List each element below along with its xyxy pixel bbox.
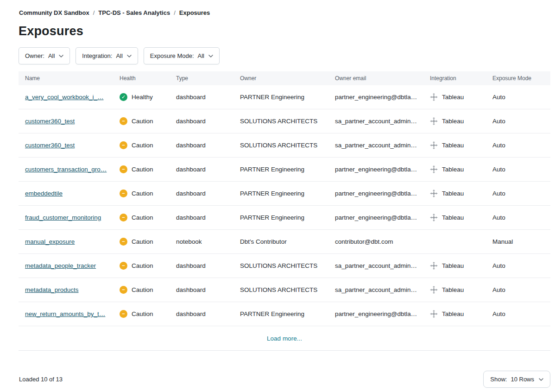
- owner-cell: PARTNER Engineering: [240, 310, 335, 317]
- health-label: Caution: [132, 238, 153, 245]
- health-label: Caution: [132, 214, 153, 221]
- load-more-link[interactable]: Load more...: [267, 335, 302, 342]
- breadcrumb-item-environment[interactable]: TPC-DS - Sales Analytics: [98, 9, 170, 16]
- type-cell: notebook: [176, 238, 240, 245]
- exposure-name-link[interactable]: new_return_amounts_by_t…: [25, 310, 105, 317]
- owner-email-cell: sa_partner_account_admin…: [335, 118, 430, 125]
- column-header-name: Name: [25, 75, 120, 82]
- health-badge: −: [120, 262, 127, 270]
- chevron-down-icon: [208, 55, 213, 57]
- integration-label: Tableau: [442, 310, 464, 317]
- integration-label: Tableau: [442, 166, 464, 173]
- loaded-count: Loaded 10 of 13: [19, 376, 63, 383]
- exposure-name-link[interactable]: embeddedtile: [25, 190, 63, 197]
- column-header-integration: Integration: [430, 75, 492, 82]
- exposure-mode-cell: Auto: [492, 94, 550, 101]
- type-cell: dashboard: [176, 118, 240, 125]
- exposure-mode-cell: Auto: [492, 262, 550, 269]
- table-header-row: Name Health Type Owner Owner email Integ…: [19, 71, 550, 85]
- exposure-mode-cell: Auto: [492, 190, 550, 197]
- exposure-name-link[interactable]: manual_exposure: [25, 238, 75, 245]
- integration-label: Tableau: [442, 94, 464, 101]
- owner-cell: SOLUTIONS ARCHITECTS: [240, 118, 335, 125]
- column-header-owner-email: Owner email: [335, 75, 430, 82]
- page-title: Exposures: [19, 24, 550, 38]
- owner-cell: SOLUTIONS ARCHITECTS: [240, 262, 335, 269]
- column-header-exposure-mode: Exposure Mode: [492, 75, 550, 82]
- breadcrumb-item-current: Exposures: [179, 9, 210, 16]
- owner-cell: PARTNER Engineering: [240, 214, 335, 221]
- type-cell: dashboard: [176, 142, 240, 149]
- table-body: a_very_cool_workbook_i_… ✓ Healthy dashb…: [19, 85, 550, 326]
- tableau-icon: [430, 262, 438, 270]
- tableau-icon: [430, 310, 438, 318]
- integration-label: Tableau: [442, 214, 464, 221]
- exposures-page: Community DX Sandbox / TPC-DS - Sales An…: [0, 0, 555, 388]
- breadcrumb-separator: /: [174, 9, 176, 16]
- owner-cell: SOLUTIONS ARCHITECTS: [240, 286, 335, 293]
- exposures-table: Name Health Type Owner Owner email Integ…: [19, 71, 550, 351]
- owner-email-cell: sa_partner_account_admin…: [335, 142, 430, 149]
- health-badge: ✓: [120, 93, 127, 101]
- health-label: Caution: [132, 142, 153, 149]
- owner-cell: PARTNER Engineering: [240, 166, 335, 173]
- health-label: Caution: [132, 262, 153, 269]
- exposure-name-link[interactable]: metadata_people_tracker: [25, 262, 96, 269]
- health-badge: −: [120, 214, 127, 221]
- integration-filter-label: Integration:: [82, 52, 112, 59]
- type-cell: dashboard: [176, 286, 240, 293]
- tableau-icon: [430, 286, 438, 294]
- chevron-down-icon: [59, 55, 63, 57]
- exposure-name-link[interactable]: customer360_test: [25, 118, 75, 125]
- column-header-health: Health: [120, 75, 176, 82]
- exposure-mode-cell: Auto: [492, 118, 550, 125]
- exposure-name-link[interactable]: fraud_customer_monitoring: [25, 214, 101, 221]
- column-header-type: Type: [176, 75, 240, 82]
- integration-filter-dropdown[interactable]: Integration:All: [76, 47, 138, 64]
- breadcrumb: Community DX Sandbox / TPC-DS - Sales An…: [19, 9, 550, 16]
- health-badge: −: [120, 238, 127, 246]
- type-cell: dashboard: [176, 166, 240, 173]
- owner-cell: PARTNER Engineering: [240, 190, 335, 197]
- health-label: Caution: [132, 118, 153, 125]
- show-rows-value: 10 Rows: [511, 376, 534, 383]
- health-label: Healthy: [132, 94, 153, 101]
- load-more-row: Load more...: [19, 326, 550, 350]
- exposure-mode-cell: Auto: [492, 310, 550, 317]
- table-row: a_very_cool_workbook_i_… ✓ Healthy dashb…: [19, 85, 550, 109]
- table-row: embeddedtile − Caution dashboard PARTNER…: [19, 182, 550, 206]
- exposure-mode-filter-dropdown[interactable]: Exposure Mode:All: [144, 47, 220, 64]
- health-badge: −: [120, 190, 127, 197]
- owner-filter-dropdown[interactable]: Owner:All: [19, 47, 70, 64]
- table-row: metadata_products − Caution dashboard SO…: [19, 278, 550, 302]
- exposure-name-link[interactable]: metadata_products: [25, 286, 79, 293]
- filters-bar: Owner:All Integration:All Exposure Mode:…: [19, 47, 550, 64]
- table-row: customer360_test − Caution dashboard SOL…: [19, 109, 550, 133]
- tableau-icon: [430, 93, 438, 101]
- owner-cell: PARTNER Engineering: [240, 94, 335, 101]
- exposure-mode-cell: Auto: [492, 166, 550, 173]
- health-badge: −: [120, 117, 127, 125]
- exposure-name-link[interactable]: customer360_test: [25, 142, 75, 149]
- exposure-name-link[interactable]: a_very_cool_workbook_i_…: [25, 94, 104, 101]
- integration-label: Tableau: [442, 190, 464, 197]
- exposure-mode-cell: Manual: [492, 238, 550, 245]
- health-badge: −: [120, 286, 127, 294]
- exposure-name-link[interactable]: customers_transaction_gro…: [25, 166, 107, 173]
- chevron-down-icon: [539, 378, 543, 381]
- integration-label: Tableau: [442, 142, 464, 149]
- breadcrumb-item-project[interactable]: Community DX Sandbox: [19, 9, 89, 16]
- exposure-mode-cell: Auto: [492, 286, 550, 293]
- table-row: manual_exposure − Caution notebook Dbt's…: [19, 230, 550, 254]
- chevron-down-icon: [127, 55, 132, 57]
- health-label: Caution: [132, 286, 153, 293]
- owner-email-cell: partner_engineering@dbtla…: [335, 166, 430, 173]
- tableau-icon: [430, 117, 438, 125]
- footer-bar: Loaded 10 of 13 Show: 10 Rows: [19, 371, 550, 388]
- integration-label: Tableau: [442, 118, 464, 125]
- show-rows-label: Show:: [490, 376, 507, 383]
- health-badge: −: [120, 310, 127, 318]
- health-label: Caution: [132, 190, 153, 197]
- show-rows-select[interactable]: Show: 10 Rows: [483, 371, 550, 388]
- integration-label: Tableau: [442, 286, 464, 293]
